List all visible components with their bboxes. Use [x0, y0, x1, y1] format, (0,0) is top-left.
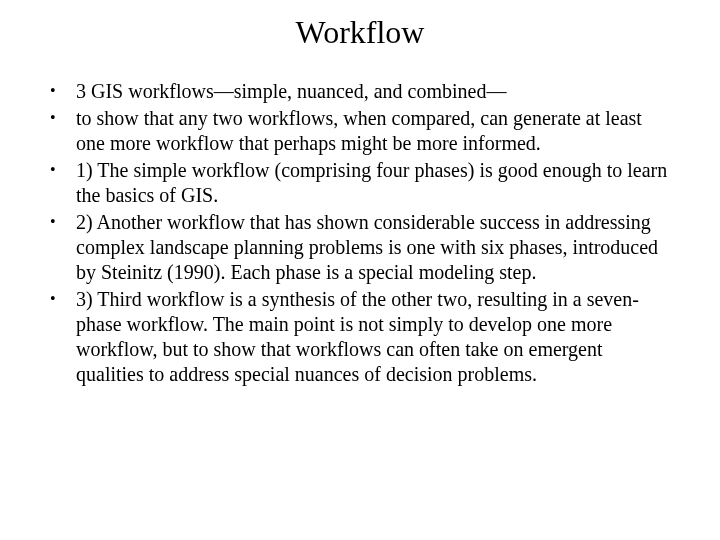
list-item: to show that any two workflows, when com…: [40, 106, 670, 156]
list-item: 3) Third workflow is a synthesis of the …: [40, 287, 670, 387]
list-item: 2) Another workflow that has shown consi…: [40, 210, 670, 285]
list-item: 3 GIS workflows—simple, nuanced, and com…: [40, 79, 670, 104]
list-item: 1) The simple workflow (comprising four …: [40, 158, 670, 208]
slide-title: Workflow: [40, 14, 680, 51]
slide: Workflow 3 GIS workflows—simple, nuanced…: [0, 0, 720, 540]
bullet-list: 3 GIS workflows—simple, nuanced, and com…: [40, 79, 680, 387]
